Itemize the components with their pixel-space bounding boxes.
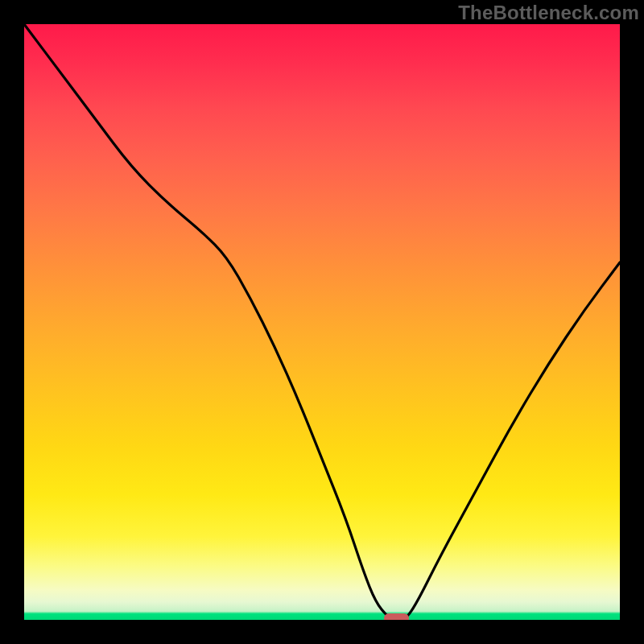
chart-root: TheBottleneck.com — [0, 0, 644, 644]
bottleneck-curve — [24, 24, 620, 620]
watermark-text: TheBottleneck.com — [458, 2, 639, 24]
plot-area — [24, 24, 620, 620]
min-marker — [384, 613, 410, 620]
curve-path — [24, 24, 620, 620]
